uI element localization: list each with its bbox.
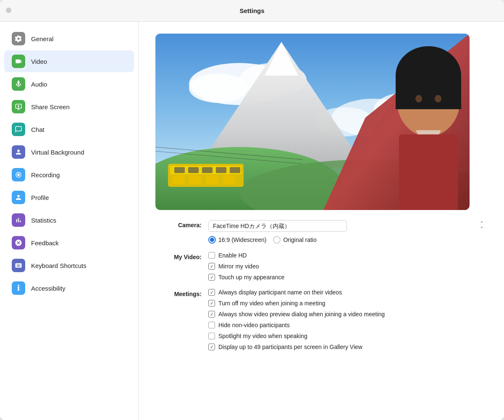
spotlight-video-row[interactable]: Spotlight my video when speaking <box>208 333 487 339</box>
svg-rect-21 <box>206 176 218 184</box>
gallery-view-checkbox[interactable]: ✓ <box>208 344 215 350</box>
gallery-view-label: Display up to 49 participants per screen… <box>218 344 362 350</box>
content-area: General Video Audio <box>0 22 504 420</box>
sidebar-label-video: Video <box>31 58 47 65</box>
touch-up-row[interactable]: ✓ Touch up my appearance <box>208 274 487 281</box>
sidebar-item-chat[interactable]: Chat <box>4 118 134 140</box>
sidebar-item-audio[interactable]: Audio <box>4 73 134 95</box>
turn-off-video-row[interactable]: ✓ Turn off my video when joining a meeti… <box>208 300 487 307</box>
window-title: Settings <box>239 7 264 14</box>
sidebar-item-profile[interactable]: Profile <box>4 186 134 208</box>
chat-icon <box>12 123 25 136</box>
svg-point-1 <box>17 173 20 176</box>
hide-non-video-checkbox[interactable] <box>208 322 215 328</box>
svg-point-34 <box>415 95 422 102</box>
touch-up-checkbox[interactable]: ✓ <box>208 274 215 281</box>
always-show-preview-checkbox[interactable]: ✓ <box>208 311 215 318</box>
accessibility-icon <box>12 281 25 295</box>
share-screen-icon <box>12 100 25 113</box>
sidebar-item-feedback[interactable]: Feedback <box>4 232 134 254</box>
radio-widescreen-label: 16:9 (Widescreen) <box>218 236 266 243</box>
sidebar-item-statistics[interactable]: Statistics <box>4 209 134 231</box>
radio-widescreen-dot <box>210 238 214 242</box>
radio-widescreen-circle <box>208 236 216 244</box>
sidebar-label-audio: Audio <box>31 81 47 88</box>
svg-rect-33 <box>396 76 461 109</box>
svg-point-6 <box>189 74 248 103</box>
video-preview <box>155 34 470 210</box>
statistics-icon <box>12 213 25 227</box>
sidebar-label-share-screen: Share Screen <box>31 103 70 110</box>
turn-off-video-checkbox[interactable]: ✓ <box>208 300 215 307</box>
my-video-label: My Video: <box>155 252 202 260</box>
enable-hd-row[interactable]: Enable HD <box>208 252 487 259</box>
svg-rect-37 <box>399 134 458 210</box>
recording-icon <box>12 168 25 181</box>
sidebar-label-keyboard-shortcuts: Keyboard Shortcuts <box>31 262 87 269</box>
aspect-ratio-group: 16:9 (Widescreen) Original ratio <box>208 236 487 244</box>
spotlight-video-label: Spotlight my video when speaking <box>218 333 307 339</box>
svg-rect-22 <box>223 176 235 184</box>
svg-rect-23 <box>174 167 185 173</box>
enable-hd-label: Enable HD <box>218 252 247 259</box>
camera-select-wrapper[interactable]: FaceTime HDカメラ（内蔵） <box>208 220 487 232</box>
sidebar-label-accessibility: Accessibility <box>31 285 66 292</box>
sidebar-label-recording: Recording <box>31 171 60 178</box>
hide-non-video-row[interactable]: Hide non-video participants <box>208 322 487 328</box>
my-video-row: My Video: Enable HD ✓ Mirror my video ✓ <box>155 252 487 281</box>
camera-select[interactable]: FaceTime HDカメラ（内蔵） <box>208 220 347 232</box>
always-display-name-row[interactable]: ✓ Always display participant name on the… <box>208 289 487 296</box>
sidebar-item-accessibility[interactable]: Accessibility <box>4 277 134 299</box>
main-content: Camera: FaceTime HDカメラ（内蔵） 16:9 (Widesc <box>139 22 504 420</box>
sidebar-label-general: General <box>31 35 53 42</box>
hide-non-video-label: Hide non-video participants <box>218 322 290 328</box>
touch-up-label: Touch up my appearance <box>218 274 284 281</box>
radio-widescreen[interactable]: 16:9 (Widescreen) <box>208 236 266 244</box>
settings-form: Camera: FaceTime HDカメラ（内蔵） 16:9 (Widesc <box>155 220 487 356</box>
keyboard-shortcuts-icon <box>12 259 25 272</box>
svg-rect-19 <box>172 176 185 184</box>
svg-rect-27 <box>230 167 240 173</box>
gallery-view-row[interactable]: ✓ Display up to 49 participants per scre… <box>208 344 487 350</box>
camera-row: Camera: FaceTime HDカメラ（内蔵） 16:9 (Widesc <box>155 220 487 244</box>
turn-off-video-label: Turn off my video when joining a meeting <box>218 300 325 307</box>
mirror-video-checkbox[interactable]: ✓ <box>208 263 215 270</box>
svg-rect-24 <box>188 167 199 173</box>
sidebar-item-recording[interactable]: Recording <box>4 164 134 186</box>
svg-rect-20 <box>189 176 202 184</box>
virtual-background-icon <box>12 145 25 159</box>
always-show-preview-row[interactable]: ✓ Always show video preview dialog when … <box>208 311 487 318</box>
svg-rect-26 <box>216 167 226 173</box>
radio-original[interactable]: Original ratio <box>273 236 316 244</box>
sidebar-item-share-screen[interactable]: Share Screen <box>4 96 134 118</box>
spotlight-video-checkbox[interactable] <box>208 333 215 339</box>
meetings-controls: ✓ Always display participant name on the… <box>208 289 487 350</box>
general-icon <box>12 32 25 45</box>
sidebar-label-profile: Profile <box>31 194 49 201</box>
preview-background <box>155 34 470 210</box>
title-bar: Settings <box>0 0 504 22</box>
close-button[interactable] <box>6 8 11 13</box>
profile-icon <box>12 191 25 204</box>
sidebar-label-chat: Chat <box>31 126 45 133</box>
sidebar-item-virtual-background[interactable]: Virtual Background <box>4 141 134 163</box>
audio-icon <box>12 77 25 91</box>
meetings-row: Meetings: ✓ Always display participant n… <box>155 289 487 350</box>
always-display-name-checkbox[interactable]: ✓ <box>208 289 215 296</box>
sidebar-item-video[interactable]: Video <box>4 50 134 72</box>
always-show-preview-label: Always show video preview dialog when jo… <box>218 311 385 318</box>
sidebar-label-virtual-background: Virtual Background <box>31 149 84 156</box>
mirror-video-row[interactable]: ✓ Mirror my video <box>208 263 487 270</box>
sidebar-label-feedback: Feedback <box>31 239 59 247</box>
radio-original-circle <box>273 236 281 244</box>
sidebar-item-keyboard-shortcuts[interactable]: Keyboard Shortcuts <box>4 255 134 276</box>
enable-hd-checkbox[interactable] <box>208 252 215 259</box>
sidebar: General Video Audio <box>0 22 139 420</box>
sidebar-label-statistics: Statistics <box>31 217 56 224</box>
traffic-lights <box>6 7 11 15</box>
feedback-icon <box>12 236 25 249</box>
always-display-name-label: Always display participant name on their… <box>218 289 342 296</box>
svg-rect-25 <box>202 167 213 173</box>
my-video-controls: Enable HD ✓ Mirror my video ✓ Touch up m… <box>208 252 487 281</box>
sidebar-item-general[interactable]: General <box>4 28 134 50</box>
